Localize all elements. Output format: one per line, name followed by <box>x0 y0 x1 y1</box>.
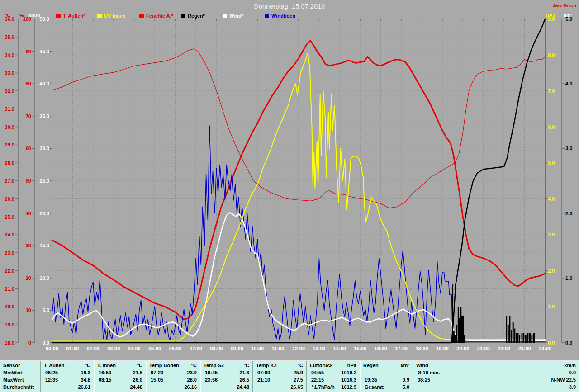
weather-chart[interactable]: 18.019.020.021.022.023.024.025.026.027.0… <box>0 0 579 359</box>
svg-text:24.0: 24.0 <box>5 232 14 237</box>
svg-text:0.0: 0.0 <box>548 340 555 345</box>
svg-text:12:00: 12:00 <box>292 346 305 351</box>
svg-text:03:00: 03:00 <box>107 346 120 351</box>
table-cell: 08:1526.0 <box>94 376 146 383</box>
table-cell: Ø 10 min.0.0 <box>413 369 579 376</box>
svg-text:24:00: 24:00 <box>539 346 551 351</box>
svg-text:10:00: 10:00 <box>251 346 264 351</box>
svg-text:50.0: 50.0 <box>40 16 49 22</box>
svg-text:21.0: 21.0 <box>5 286 14 292</box>
svg-text:29.0: 29.0 <box>5 142 14 147</box>
svg-text:5.0: 5.0 <box>565 16 572 22</box>
column-header: Temp Boden°C <box>146 362 200 369</box>
svg-text:13:00: 13:00 <box>313 346 325 351</box>
table-cell: 26.61 <box>41 383 94 391</box>
svg-text:15:00: 15:00 <box>354 346 366 351</box>
column-header: T. Innen°C <box>94 362 146 369</box>
svg-text:20: 20 <box>26 275 31 281</box>
row-label: MinWert <box>0 369 40 376</box>
svg-text:0.0: 0.0 <box>565 340 572 345</box>
svg-text:20.0: 20.0 <box>5 304 14 309</box>
column-header: Regenl/m² <box>360 362 413 369</box>
svg-text:19:00: 19:00 <box>436 346 449 351</box>
svg-text:3.0: 3.0 <box>548 232 555 237</box>
svg-text:18.0: 18.0 <box>5 340 14 345</box>
svg-text:50: 50 <box>26 178 31 184</box>
svg-text:22:00: 22:00 <box>498 346 510 351</box>
svg-text:16:00: 16:00 <box>375 346 387 351</box>
table-cell: 07:0025.9 <box>253 369 306 376</box>
svg-text:25.0: 25.0 <box>5 214 14 220</box>
table-cell: 24.48 <box>94 383 146 391</box>
svg-text:10.0: 10.0 <box>40 275 49 281</box>
svg-text:6.0: 6.0 <box>548 124 555 130</box>
table-cell: Gesamt:5.0 <box>360 383 413 391</box>
table-cell: 04:551010.2 <box>307 369 360 376</box>
summary-table: SensorMinWertMaxWertDurchschnittT. Außen… <box>0 360 579 392</box>
table-cell: 19:350.9 <box>360 376 413 383</box>
svg-text:30.0: 30.0 <box>40 146 49 151</box>
svg-text:05:00: 05:00 <box>148 346 161 351</box>
svg-text:09:00: 09:00 <box>231 346 243 351</box>
svg-text:10: 10 <box>26 307 31 313</box>
table-cell: 12:3534.8 <box>41 376 94 383</box>
svg-text:36.0: 36.0 <box>5 16 14 22</box>
svg-text:35.0: 35.0 <box>5 34 14 40</box>
svg-text:14:00: 14:00 <box>333 346 346 351</box>
svg-text:40: 40 <box>26 211 31 216</box>
table-cell: 06:2519.3 <box>41 369 94 376</box>
table-cell: 24.48 <box>200 383 252 391</box>
svg-text:7.0: 7.0 <box>548 88 555 94</box>
svg-text:2.0: 2.0 <box>548 268 555 274</box>
svg-text:25.0: 25.0 <box>40 178 49 184</box>
svg-text:06:00: 06:00 <box>169 346 181 351</box>
svg-text:28.0: 28.0 <box>5 160 14 165</box>
table-cell: 22:151016.3 <box>307 376 360 383</box>
row-label: Sensor <box>0 362 40 369</box>
row-label: Durchschnitt <box>0 383 40 391</box>
svg-text:20:00: 20:00 <box>456 346 469 351</box>
svg-text:30: 30 <box>26 243 31 248</box>
svg-text:04:00: 04:00 <box>128 346 141 351</box>
column-header: T. Außen°C <box>41 362 94 369</box>
svg-text:40.0: 40.0 <box>40 81 49 86</box>
svg-text:20.0: 20.0 <box>40 211 49 216</box>
svg-text:23.0: 23.0 <box>5 250 14 255</box>
table-cell: 16:5021.8 <box>94 369 146 376</box>
svg-text:22.0: 22.0 <box>5 268 14 274</box>
table-cell: 26.16 <box>146 383 200 391</box>
svg-text:1.0: 1.0 <box>565 275 572 281</box>
svg-text:32.0: 32.0 <box>5 88 14 94</box>
svg-text:4.0: 4.0 <box>565 81 572 86</box>
svg-text:08:00: 08:00 <box>210 346 223 351</box>
column-header: Temp SZ°C <box>200 362 252 369</box>
table-cell <box>360 369 413 376</box>
svg-text:8.0: 8.0 <box>548 52 555 58</box>
svg-text:5.0: 5.0 <box>43 307 49 313</box>
column-header: LuftdruckhPa <box>307 362 360 369</box>
svg-text:00:00: 00:00 <box>46 346 58 351</box>
svg-text:3.0: 3.0 <box>565 146 572 151</box>
svg-text:4.0: 4.0 <box>548 196 555 202</box>
svg-text:18:00: 18:00 <box>415 346 428 351</box>
table-cell: 3.9 <box>413 383 579 391</box>
table-cell: ^1.7hPa/h1012.9 <box>307 383 360 391</box>
svg-text:9.0: 9.0 <box>548 16 555 22</box>
table-cell: 08:25N-NW 22.5 <box>413 376 579 383</box>
row-label: MaxWert <box>0 376 40 383</box>
table-cell: 18:4521.6 <box>200 369 252 376</box>
svg-text:0.0: 0.0 <box>43 340 49 345</box>
svg-text:60: 60 <box>26 146 31 151</box>
table-cell: 23:5626.5 <box>200 376 252 383</box>
svg-text:02:00: 02:00 <box>87 346 100 351</box>
svg-text:2.0: 2.0 <box>565 211 572 216</box>
svg-text:26.0: 26.0 <box>5 196 14 202</box>
svg-text:45.0: 45.0 <box>40 49 49 54</box>
svg-text:80: 80 <box>26 81 31 86</box>
svg-text:27.0: 27.0 <box>5 178 14 184</box>
svg-text:33.0: 33.0 <box>5 70 14 76</box>
svg-text:31.0: 31.0 <box>5 106 14 112</box>
svg-text:15.0: 15.0 <box>40 243 49 248</box>
svg-text:19.0: 19.0 <box>5 322 14 327</box>
svg-text:30.0: 30.0 <box>5 124 14 130</box>
